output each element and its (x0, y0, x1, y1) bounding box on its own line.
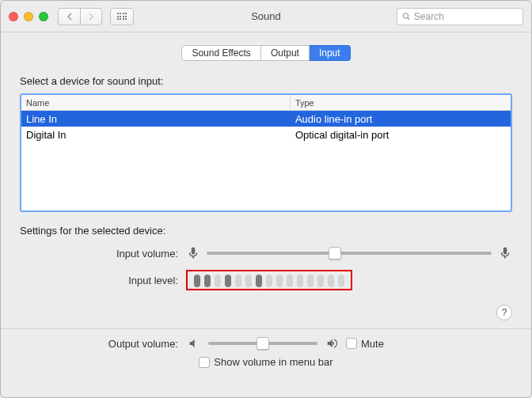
back-button[interactable] (58, 8, 80, 25)
tab-output[interactable]: Output (261, 45, 310, 61)
level-bar (338, 275, 344, 287)
show-all-button[interactable] (110, 8, 134, 25)
device-name: Line In (21, 111, 291, 127)
input-volume-slider[interactable] (207, 252, 492, 255)
level-bar (276, 275, 283, 287)
traffic-lights (9, 12, 48, 21)
minimize-window-button[interactable] (24, 12, 33, 21)
grid-icon (117, 13, 127, 20)
device-type: Optical digital-in port (291, 127, 511, 142)
slider-thumb[interactable] (256, 337, 269, 350)
mute-label: Mute (361, 338, 384, 350)
input-level-label: Input level: (20, 275, 186, 286)
tabs: Sound Effects Output Input (20, 45, 512, 61)
zoom-window-button[interactable] (39, 12, 48, 21)
search-icon (402, 12, 411, 21)
show-volume-label: Show volume in menu bar (214, 356, 332, 368)
level-bar (307, 275, 314, 287)
device-name: Digital In (21, 127, 291, 142)
speaker-high-icon (324, 337, 340, 350)
col-type-header[interactable]: Type (291, 95, 511, 110)
output-volume-label: Output volume: (20, 338, 186, 350)
level-bar (266, 275, 272, 287)
separator (1, 328, 531, 329)
level-bar (204, 275, 211, 287)
mute-checkbox[interactable]: Mute (346, 338, 512, 350)
forward-button[interactable] (80, 8, 102, 25)
slider-thumb[interactable] (329, 247, 341, 260)
input-level-meter (186, 270, 352, 290)
level-bar (317, 275, 324, 287)
device-type: Audio line-in port (291, 111, 511, 127)
level-bar (215, 275, 221, 287)
level-bar (194, 275, 200, 287)
level-bar (225, 275, 231, 287)
tab-input[interactable]: Input (310, 45, 351, 61)
search-field[interactable] (397, 8, 523, 25)
col-name-header[interactable]: Name (21, 95, 291, 110)
input-device-heading: Select a device for sound input: (20, 75, 512, 87)
level-bar (256, 275, 262, 287)
checkbox-icon (346, 338, 357, 349)
input-device-list[interactable]: Name Type Line InAudio line-in portDigit… (20, 93, 512, 212)
checkbox-icon (199, 357, 210, 368)
level-bar (297, 275, 303, 287)
mic-low-icon (186, 246, 200, 260)
level-bar (328, 275, 334, 287)
search-input[interactable] (414, 11, 522, 22)
device-row[interactable]: Digital InOptical digital-in port (21, 127, 511, 142)
tab-sound-effects[interactable]: Sound Effects (181, 45, 261, 61)
show-volume-menubar-checkbox[interactable]: Show volume in menu bar (199, 356, 332, 368)
output-volume-slider[interactable] (208, 342, 317, 345)
list-header: Name Type (21, 95, 511, 111)
level-bar (245, 275, 252, 287)
settings-heading: Settings for the selected device: (20, 225, 512, 237)
device-row[interactable]: Line InAudio line-in port (21, 111, 511, 127)
level-bar (287, 275, 293, 287)
chevron-right-icon (89, 13, 94, 21)
nav-buttons (58, 8, 102, 25)
help-button[interactable]: ? (496, 305, 512, 320)
mic-high-icon (498, 246, 512, 260)
content: Sound Effects Output Input Select a devi… (1, 32, 531, 397)
input-volume-label: Input volume: (20, 248, 186, 260)
level-bar (235, 275, 241, 287)
close-window-button[interactable] (9, 12, 18, 21)
speaker-low-icon (186, 337, 202, 350)
titlebar: Sound (1, 1, 531, 32)
chevron-left-icon (66, 13, 72, 21)
sound-prefpane-window: Sound Sound Effects Output Input Select … (0, 0, 532, 398)
